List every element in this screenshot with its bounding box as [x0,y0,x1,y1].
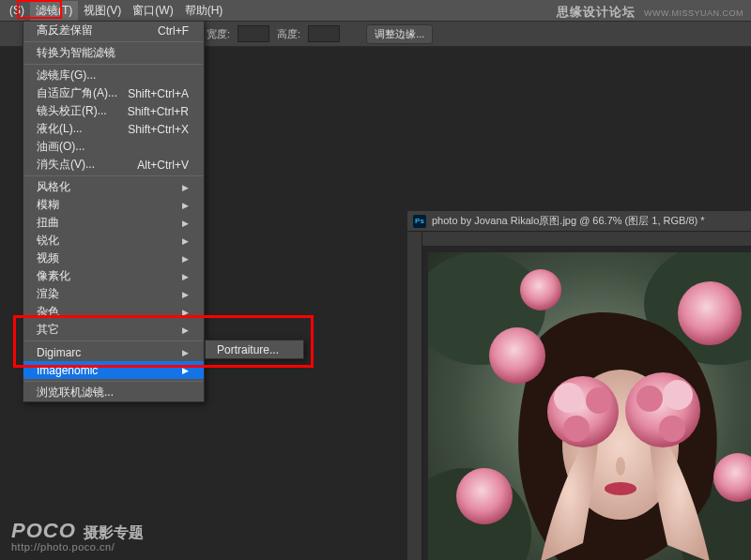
menu-item-vanishing-point[interactable]: 消失点(V)... Alt+Ctrl+V [23,156,204,174]
document-title: photo by Jovana Rikalo原图.jpg @ 66.7% (图层… [432,214,705,228]
menu-item-blur[interactable]: 模糊 ▶ [23,196,204,214]
menu-item-filter-gallery[interactable]: 滤镜库(G)... [23,67,204,84]
menubar-item-help[interactable]: 帮助(H) [179,1,229,21]
svg-point-20 [520,269,561,310]
menu-separator [24,381,203,382]
watermark-bottom: POCO 摄影专题 http://photo.poco.cn/ [11,519,144,552]
submenu-arrow-icon: ▶ [182,201,189,210]
document-titlebar[interactable]: Ps photo by Jovana Rikalo原图.jpg @ 66.7% … [407,211,751,232]
submenu-arrow-icon: ▶ [182,254,189,264]
ps-app-icon: Ps [413,215,426,228]
svg-point-16 [489,327,545,384]
menu-item-shortcut: Shift+Ctrl+R [128,105,189,118]
svg-point-7 [616,457,625,476]
menu-item-label: 自适应广角(A)... [37,85,117,101]
menu-item-label: 渲染 [37,286,59,302]
menu-item-browse-online[interactable]: 浏览联机滤镜... [23,384,204,401]
menu-item-convert-smart[interactable]: 转换为智能滤镜 [23,44,204,62]
svg-point-6 [605,482,636,495]
refine-edge-button[interactable]: 调整边缘... [366,24,433,44]
menu-item-label: 消失点(V)... [37,157,95,173]
menu-item-label: 视频 [37,250,59,266]
watermark-top: 思缘设计论坛 WWW.MISSYUAN.COM [557,4,743,21]
menu-item-pixelate[interactable]: 像素化 ▶ [23,267,204,285]
menu-separator [24,64,203,65]
menu-item-render[interactable]: 渲染 ▶ [23,285,204,303]
menu-item-adaptive-wide[interactable]: 自适应广角(A)... Shift+Ctrl+A [23,84,204,102]
menu-item-stylize[interactable]: 风格化 ▶ [23,178,204,196]
svg-point-18 [456,468,513,524]
menu-item-label: 风格化 [37,179,70,195]
menu-item-label: 锐化 [37,233,59,249]
menu-item-liquify[interactable]: 液化(L)... Shift+Ctrl+X [23,120,204,138]
menubar-item-view[interactable]: 视图(V) [78,1,127,21]
svg-point-17 [678,281,742,345]
menu-item-last-filter[interactable]: 高反差保留 Ctrl+F [23,22,204,39]
menu-item-label: 液化(L)... [37,121,83,137]
document-window: Ps photo by Jovana Rikalo原图.jpg @ 66.7% … [407,211,751,560]
svg-point-10 [586,387,612,414]
watermark-brand: POCO [11,519,76,542]
watermark-url: http://photo.poco.cn/ [11,541,144,552]
options-width-label: 宽度: [207,27,230,41]
menu-item-label: 高反差保留 [37,23,93,38]
submenu-arrow-icon: ▶ [182,272,189,281]
menu-item-shortcut: Ctrl+F [158,24,189,38]
svg-point-9 [554,383,584,413]
canvas-area[interactable] [422,247,751,560]
menu-item-label: 镜头校正(R)... [37,103,107,119]
submenu-arrow-icon: ▶ [182,183,189,192]
menu-item-oil-paint[interactable]: 油画(O)... [23,138,204,156]
submenu-arrow-icon: ▶ [182,290,189,299]
menu-item-label: 模糊 [37,197,59,213]
menubar-item-window[interactable]: 窗口(W) [127,1,178,21]
ruler-vertical[interactable] [407,232,422,560]
submenu-arrow-icon: ▶ [182,236,189,246]
menu-item-label: 浏览联机滤镜... [37,385,114,401]
options-height-label: 高度: [277,27,300,41]
ruler-horizontal[interactable] [422,232,751,247]
menu-item-shortcut: Shift+Ctrl+A [128,87,189,100]
annotation-red-box-submenu [13,315,314,368]
menu-item-label: 油画(O)... [37,139,84,155]
options-width-field[interactable] [238,25,269,42]
watermark-top-sub: WWW.MISSYUAN.COM [644,8,743,18]
menu-separator [24,41,203,42]
watermark-cn: 摄影专题 [84,524,144,540]
menu-item-shortcut: Alt+Ctrl+V [137,159,189,172]
svg-point-13 [663,380,693,410]
menu-item-video[interactable]: 视频 ▶ [23,250,204,267]
menu-item-lens-correct[interactable]: 镜头校正(R)... Shift+Ctrl+R [23,102,204,120]
menu-item-shortcut: Shift+Ctrl+X [128,123,189,136]
menu-separator [24,175,203,176]
document-image [428,252,751,560]
watermark-top-main: 思缘设计论坛 [557,5,636,19]
menu-item-distort[interactable]: 扭曲 ▶ [23,214,204,232]
options-height-field[interactable] [308,25,340,42]
menu-item-label: 转换为智能滤镜 [37,45,115,61]
menu-item-label: 像素化 [37,268,70,284]
submenu-arrow-icon: ▶ [182,219,189,228]
svg-point-15 [659,416,685,442]
svg-point-14 [636,386,663,412]
svg-point-11 [563,416,590,442]
menu-item-sharpen[interactable]: 锐化 ▶ [23,232,204,250]
menu-item-label: 扭曲 [37,215,59,231]
annotation-red-box-menubar [17,0,62,19]
menu-item-label: 滤镜库(G)... [37,68,96,83]
